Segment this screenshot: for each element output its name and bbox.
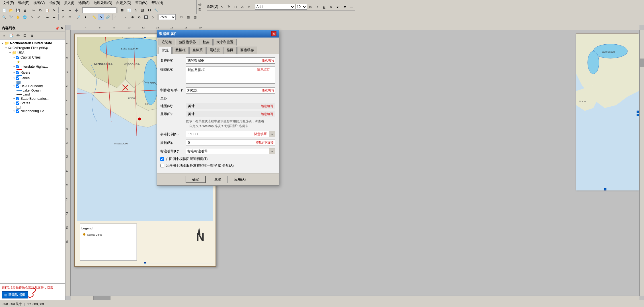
scale-dropdown-btn[interactable]: ▾	[269, 131, 275, 137]
toc-btn2[interactable]: 📑	[8, 32, 14, 39]
toc-btn3[interactable]: 👁	[15, 32, 21, 39]
toc-btn4[interactable]: ☑	[22, 32, 28, 39]
tab-size[interactable]: 大小和位置	[213, 39, 237, 45]
tb-btn6[interactable]: 📊	[126, 7, 132, 13]
draw-text[interactable]: A	[239, 4, 246, 10]
menu-file[interactable]: 文件(F)	[1, 0, 16, 6]
toc-highway[interactable]: ▾ Interstate Highw...	[0, 64, 65, 69]
dialog-close-btn[interactable]: ×	[271, 31, 276, 36]
tb-delete[interactable]: ✕	[51, 7, 57, 13]
tb-layout2[interactable]: ▤	[185, 14, 191, 20]
tab-annotation[interactable]: 注记组	[159, 39, 175, 45]
tb-tool2[interactable]: 🔭	[8, 14, 14, 20]
scrollbar-horizontal[interactable]	[71, 296, 639, 300]
capital-check[interactable]	[16, 56, 19, 59]
tb-tool4[interactable]: 🌐	[22, 14, 28, 20]
toc-close-icon[interactable]: ✕	[61, 26, 63, 30]
annotation-select[interactable]	[186, 148, 269, 154]
tb-more5[interactable]: 🔲	[143, 14, 149, 20]
tb-more4[interactable]: ⊖	[136, 14, 142, 20]
toc-btn5[interactable]: ⊞	[28, 32, 35, 39]
resize-bottom[interactable]	[144, 262, 146, 264]
toc-usaboundary[interactable]: ▾ USA Boundary	[0, 84, 65, 88]
tb-more3[interactable]: ⊕	[129, 14, 136, 20]
right-resize-bottom[interactable]	[637, 114, 639, 116]
tb-measure[interactable]: 📏	[91, 14, 97, 20]
draw-label[interactable]: 绘制(D)	[207, 4, 218, 9]
font-color-btn[interactable]: A	[328, 4, 334, 10]
tab-extent[interactable]: 范围指示器	[176, 39, 199, 45]
menu-select[interactable]: 选择(S)	[77, 0, 91, 6]
tb-open[interactable]: 📂	[8, 7, 14, 13]
menu-bookmark[interactable]: 书签(B)	[47, 0, 62, 6]
tab-general[interactable]: 常规	[159, 47, 172, 54]
highlight-btn[interactable]: 🖌	[335, 4, 341, 10]
toc-rivers[interactable]: ▾ Rivers	[0, 70, 65, 75]
tb-hyperlink[interactable]: 🔗	[105, 14, 111, 20]
tb-nav1[interactable]: ⬅	[44, 14, 50, 20]
scrollbar-thumb-v[interactable]	[640, 59, 644, 67]
tb-btn10[interactable]: 🔧	[153, 7, 159, 13]
tb-btn5[interactable]: ⊞	[119, 7, 125, 13]
toolbar-dropdown1[interactable]	[82, 7, 116, 13]
tb-btn7[interactable]: 🗂	[133, 7, 139, 13]
right-resize-mid[interactable]	[637, 111, 639, 113]
tb-search[interactable]: 🔎	[75, 14, 82, 20]
tb-tool1[interactable]: 🔍	[1, 14, 7, 20]
toc-root[interactable]: ▾ 📁 Northeastern United State	[0, 41, 65, 45]
tb-save[interactable]: 💾	[15, 7, 21, 13]
tb-new[interactable]: 📄	[1, 7, 7, 13]
tb-layout1[interactable]: □	[178, 14, 184, 20]
menu-view[interactable]: 视图(V)	[32, 0, 46, 6]
menu-edit[interactable]: 编辑(E)	[16, 0, 31, 6]
right-resize-corner[interactable]	[604, 188, 606, 190]
fill-btn[interactable]: ▰	[342, 4, 348, 10]
tb-copy[interactable]: ⧉	[37, 7, 44, 13]
tab-coordinate[interactable]: 坐标系	[189, 47, 206, 54]
tb-zoom-prev[interactable]: ⟲	[60, 14, 66, 20]
tb-more2[interactable]: ⟶	[120, 14, 127, 20]
dialog-apply-btn[interactable]: 应用(A)	[230, 176, 250, 183]
toc-stateboundary[interactable]: ▾ State Boundaries...	[0, 96, 65, 101]
usaboundary-check[interactable]	[16, 84, 19, 88]
menu-customize[interactable]: 自定义(C)	[114, 0, 133, 6]
tb-tool3[interactable]: ✋	[15, 14, 21, 20]
tb-nav2[interactable]: ➡	[51, 14, 57, 20]
draw-rect[interactable]: □	[233, 4, 239, 10]
tb-btn9[interactable]: 🎞	[146, 7, 153, 13]
menu-help[interactable]: 帮助(H)	[150, 0, 165, 6]
toc-capital[interactable]: ▾ Capital Cities	[0, 55, 65, 60]
toc-path[interactable]: ▾ 🗂 C:\Program Files (x86)\	[0, 45, 65, 50]
tb-undo[interactable]: ↩	[60, 7, 66, 13]
neighboring-check[interactable]	[16, 109, 19, 113]
tb-paste[interactable]: 📋	[44, 7, 50, 13]
font-name-select[interactable]: Arial	[255, 4, 295, 10]
new-dataframe-btn[interactable]: ⊞ 新建数据框	[2, 291, 28, 298]
zoom-select[interactable]: 75%	[159, 14, 176, 20]
tab-illumination[interactable]: 照明度	[206, 47, 223, 54]
tab-frame[interactable]: 框架	[200, 39, 213, 45]
tb-print[interactable]: 🖨	[22, 7, 28, 13]
toc-lakes[interactable]: ▾ Lakes	[0, 76, 65, 80]
italic-btn[interactable]: I	[314, 4, 321, 10]
lakes-check[interactable]	[16, 76, 19, 80]
stateboundary-check[interactable]	[16, 97, 19, 100]
resize-top[interactable]	[144, 37, 146, 38]
draw-more[interactable]: ▸	[246, 4, 253, 10]
tb-more1[interactable]: ⟵	[114, 14, 120, 20]
tab-dataframe[interactable]: 数据框	[172, 47, 189, 54]
draw-pointer[interactable]: ↖	[219, 4, 225, 10]
toc-neighboring[interactable]: ▾ Neighboring Co...	[0, 109, 65, 113]
tb-select-tool[interactable]: ↖	[98, 14, 104, 20]
draw-rotate[interactable]: ↻	[226, 4, 232, 10]
toc-usa[interactable]: ▾ 📁 USA	[0, 50, 65, 55]
tb-more6[interactable]: ▷	[150, 14, 156, 20]
dialog-cancel-btn[interactable]: 取消	[208, 176, 228, 183]
annotation-dropdown-btn[interactable]: ▾	[269, 148, 275, 154]
dialog-ok-btn[interactable]: 确定	[186, 176, 206, 183]
tb-adddata[interactable]: ➕	[73, 7, 80, 13]
toc-states[interactable]: ▾ States	[0, 101, 65, 105]
bold-btn[interactable]: B	[307, 4, 314, 10]
tb-tool5[interactable]: ⤡	[28, 14, 35, 20]
checkbox-legend-transparency[interactable]	[160, 157, 164, 161]
